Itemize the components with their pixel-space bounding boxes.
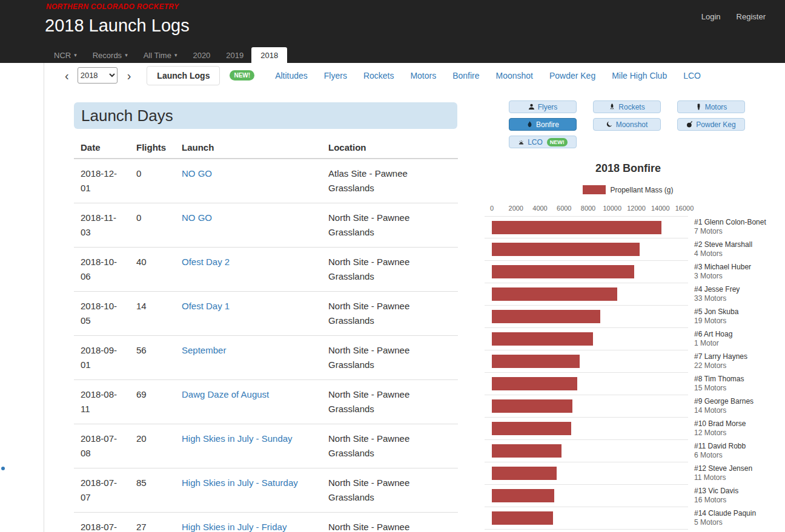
subnav-link-motors[interactable]: Motors	[410, 71, 436, 80]
cell-launch: NO GO	[175, 203, 322, 248]
panel-button-label: Rockets	[618, 103, 644, 111]
chart-bar-track	[485, 306, 688, 328]
nav-year-2018[interactable]: 2018	[251, 47, 287, 63]
chart-bar-label-name: #7 Larry Haynes	[694, 352, 747, 361]
chart-bar-label: #8 Tim Thomas15 Motors	[688, 373, 744, 395]
launch-link[interactable]: NO GO	[182, 212, 212, 223]
cell-launch: High Skies in July - Saturday	[175, 468, 322, 513]
chart-row: #9 George Barnes14 Motors	[485, 395, 781, 418]
cell-flights: 14	[130, 292, 175, 336]
chart-bar-label: #7 Larry Haynes22 Motors	[688, 350, 747, 373]
chart-bar[interactable]	[492, 489, 554, 502]
chart-bar-track	[485, 395, 688, 418]
chart-bar-label: #13 Vic Davis16 Motors	[688, 485, 738, 507]
axis-tick-label: 8000	[581, 205, 595, 212]
subnav-link-mile-high-club[interactable]: Mile High Club	[612, 71, 667, 80]
cell-date: 2018-08-11	[74, 380, 130, 424]
chart-bar-label: #5 Jon Skuba19 Motors	[688, 306, 738, 328]
chart-bar[interactable]	[492, 332, 593, 346]
chart-row: #10 Brad Morse12 Motors	[485, 418, 781, 440]
panel-button-lco[interactable]: LCONEW!	[509, 136, 577, 148]
subnav-link-rockets[interactable]: Rockets	[363, 71, 394, 80]
chart-row: #1 Glenn Colon-Bonet7 Motors	[485, 216, 781, 238]
login-link[interactable]: Login	[701, 12, 721, 21]
chart-bar-label: #1 Glenn Colon-Bonet7 Motors	[688, 216, 766, 238]
chart-bar[interactable]	[492, 511, 553, 525]
chart-bar-track	[485, 283, 688, 306]
panel-button-motors[interactable]: Motors	[677, 100, 745, 113]
chart-bar[interactable]	[492, 467, 557, 480]
chart-bar[interactable]	[492, 422, 571, 435]
nav-dropdown-records[interactable]: Records▾	[85, 47, 136, 63]
chart-bar[interactable]	[492, 399, 572, 413]
launch-link[interactable]: High Skies in July - Sunday	[182, 433, 293, 444]
cell-flights: 0	[130, 203, 175, 248]
axis-tick-label: 2000	[509, 205, 523, 212]
cell-location: Atlas Site - Pawnee Grasslands	[322, 159, 458, 203]
subnav-link-powder-keg[interactable]: Powder Keg	[549, 71, 595, 80]
year-select[interactable]: 2018	[78, 67, 118, 84]
chart-bar-label-motors: 5 Motors	[694, 518, 756, 527]
cell-date: 2018-12-01	[74, 159, 130, 203]
chart-bar-track	[485, 238, 688, 261]
register-link[interactable]: Register	[737, 12, 766, 21]
panel-button-flyers[interactable]: Flyers	[509, 100, 577, 113]
nav-year-2019[interactable]: 2019	[218, 47, 251, 63]
chart-row: #11 David Robb6 Motors	[485, 440, 781, 462]
powder-keg-icon	[686, 121, 693, 128]
chart-bar-track	[485, 350, 688, 373]
chart-bar[interactable]	[492, 287, 617, 301]
panel-new-badge: NEW!	[547, 138, 568, 146]
cell-location: North Site - Pawnee Grasslands	[322, 380, 458, 424]
stray-mark	[1, 467, 5, 470]
next-year-button[interactable]: ›	[125, 70, 134, 82]
launch-link[interactable]: High Skies in July - Saturday	[182, 478, 298, 488]
nav-dropdown-label: All Time	[144, 51, 171, 60]
chart-bar-label-name: #5 Jon Skuba	[694, 307, 738, 317]
chart-bar[interactable]	[492, 310, 600, 323]
chart-bar[interactable]	[492, 265, 634, 278]
cell-date: 2018-11-03	[74, 203, 130, 248]
chart-bar-label: #4 Jesse Frey33 Motors	[688, 283, 740, 306]
nav-dropdown-all-time[interactable]: All Time▾	[136, 47, 185, 63]
chart-legend: Propellant Mass (g)	[479, 185, 778, 194]
subnav-link-flyers[interactable]: Flyers	[324, 71, 347, 80]
chart-bar[interactable]	[492, 221, 661, 234]
panel-button-powder-keg[interactable]: Powder Keg	[677, 118, 745, 131]
chart-bar[interactable]	[492, 444, 561, 458]
chart-bar-label-motors: 22 Motors	[694, 361, 747, 370]
panel-button-rockets[interactable]: Rockets	[593, 100, 661, 113]
chart-bar-label-motors: 15 Motors	[694, 384, 744, 393]
motor-icon	[695, 103, 702, 110]
launch-link[interactable]: Ofest Day 2	[182, 257, 230, 267]
panel-button-label: LCO	[528, 138, 543, 146]
chart-bar-track	[485, 328, 688, 350]
chart-bar[interactable]	[492, 377, 577, 390]
caret-down-icon: ▾	[174, 52, 177, 58]
launch-link[interactable]: Ofest Day 1	[182, 301, 230, 311]
panel-button-moonshot[interactable]: Moonshot	[593, 118, 661, 131]
cell-date: 2018-10-06	[74, 248, 130, 292]
chart-bar[interactable]	[492, 243, 640, 256]
cell-launch: High Skies in July - Friday	[175, 513, 322, 532]
launch-link[interactable]: NO GO	[182, 168, 212, 179]
tab-launch-logs[interactable]: Launch Logs	[147, 66, 220, 85]
panel-button-bonfire[interactable]: Bonfire	[509, 118, 577, 131]
nav-year-2020[interactable]: 2020	[185, 47, 218, 63]
table-head: DateFlightsLaunchLocation	[74, 137, 458, 159]
nav-dropdown-ncr[interactable]: NCR▾	[46, 47, 85, 63]
caret-down-icon: ▾	[125, 52, 128, 58]
subnav-link-moonshot[interactable]: Moonshot	[495, 71, 532, 80]
cell-date: 2018-07-08	[74, 424, 130, 468]
prev-year-button[interactable]: ‹	[62, 70, 71, 82]
chart-bar-label-name: #11 David Robb	[694, 442, 746, 451]
chart-bar[interactable]	[492, 355, 580, 368]
subnav-link-altitudes[interactable]: Altitudes	[275, 71, 308, 80]
launch-link[interactable]: Dawg Daze of August	[182, 389, 269, 399]
cell-launch: Dawg Daze of August	[175, 380, 322, 424]
launch-link[interactable]: High Skies in July - Friday	[182, 522, 287, 532]
subnav-link-lco[interactable]: LCO	[683, 71, 701, 80]
axis-tick-label: 6000	[557, 205, 571, 212]
subnav-link-bonfire[interactable]: Bonfire	[452, 71, 479, 80]
launch-link[interactable]: September	[182, 345, 226, 355]
